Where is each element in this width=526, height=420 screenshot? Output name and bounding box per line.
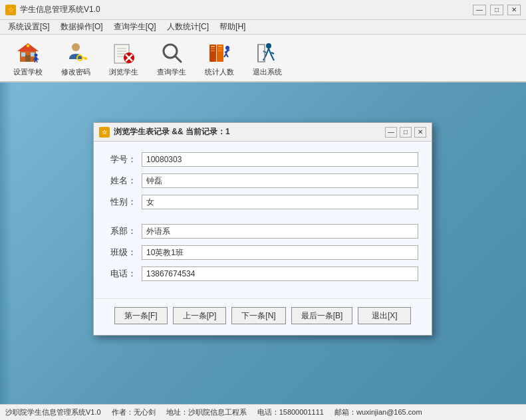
toolbar-label-browse: 浏览学生 [109, 67, 138, 77]
toolbar: 设置学校 修改密码 [0, 35, 526, 82]
btn-prev[interactable]: 上一条[P] [173, 307, 227, 324]
svg-rect-2 [25, 55, 31, 62]
field-row-xibu: 系部： [107, 224, 418, 239]
svg-point-6 [35, 53, 38, 56]
field-input-xibu[interactable] [142, 224, 418, 239]
toolbar-btn-search[interactable]: 查询学生 [149, 37, 194, 79]
svg-rect-35 [218, 51, 222, 51]
toolbar-btn-exit[interactable]: 退出系统 [245, 37, 290, 79]
svg-point-27 [167, 47, 171, 51]
field-row-dianhua: 电话： [107, 266, 418, 281]
menu-item-stats[interactable]: 人数统计[C] [162, 20, 214, 34]
stats-icon [206, 39, 233, 66]
svg-line-39 [226, 54, 228, 57]
toolbar-label-school: 设置学校 [13, 67, 43, 77]
title-bar: ☆ 学生信息管理系统V1.0 — □ ✕ [0, 0, 526, 20]
browse-dialog: ☆ 浏览学生表记录 && 当前记录：1 — □ ✕ 学号： 姓名： 性别： [93, 122, 432, 336]
field-label-xingming: 姓名： [107, 175, 136, 187]
dialog-icon: ☆ [99, 127, 110, 138]
maximize-button[interactable]: □ [490, 5, 503, 15]
dialog-close-button[interactable]: ✕ [414, 127, 426, 138]
field-input-xuehao[interactable] [142, 152, 418, 167]
status-item-address: 地址：沙职院信息工程系 [166, 407, 247, 417]
svg-rect-32 [211, 49, 215, 49]
svg-point-36 [225, 46, 229, 50]
btn-last[interactable]: 最后一条[B] [291, 307, 353, 324]
btn-exit-dialog[interactable]: 退出[X] [358, 307, 411, 324]
status-item-author: 作者：无心剑 [112, 407, 156, 417]
dialog-body: 学号： 姓名： 性别： 系部： 班级： 电话： [94, 142, 432, 298]
exit-icon [254, 39, 281, 66]
toolbar-btn-password[interactable]: 修改密码 [53, 37, 98, 79]
svg-rect-30 [211, 46, 215, 47]
menu-bar: 系统设置[S] 数据操作[O] 查询学生[Q] 人数统计[C] 帮助[H] [0, 20, 526, 35]
title-bar-controls: — □ ✕ [473, 5, 521, 15]
svg-rect-34 [211, 51, 215, 51]
school-icon [15, 39, 41, 66]
main-area: ☆ 浏览学生表记录 && 当前记录：1 — □ ✕ 学号： 姓名： 性别： [0, 82, 526, 404]
field-row-xingming: 姓名： [107, 173, 418, 188]
field-row-banji: 班级： [107, 245, 418, 260]
dialog-title-bar: ☆ 浏览学生表记录 && 当前记录：1 — □ ✕ [94, 123, 432, 142]
svg-line-10 [35, 60, 35, 62]
svg-point-42 [266, 43, 271, 49]
close-button[interactable]: ✕ [507, 5, 521, 15]
minimize-button[interactable]: — [473, 5, 486, 15]
toolbar-btn-stats[interactable]: 统计人数 [197, 37, 242, 79]
field-label-dianhua: 电话： [107, 268, 136, 280]
svg-rect-4 [31, 52, 35, 56]
svg-line-9 [37, 58, 39, 60]
status-item-app: 沙职院学生信息管理系统V1.0 [5, 407, 101, 417]
search-icon [158, 39, 185, 66]
status-item-phone: 电话：15800001111 [257, 407, 324, 417]
menu-item-help[interactable]: 帮助[H] [214, 20, 251, 34]
field-input-dianhua[interactable] [142, 266, 418, 281]
toolbar-btn-browse[interactable]: 浏览学生 [101, 37, 146, 79]
toolbar-btn-school[interactable]: 设置学校 [5, 37, 51, 79]
svg-line-26 [175, 56, 181, 62]
field-label-xingbie: 性别： [107, 196, 136, 208]
toolbar-label-search: 查询学生 [157, 67, 186, 77]
svg-rect-3 [21, 52, 25, 56]
field-label-xuehao: 学号： [107, 154, 136, 165]
dialog-maximize-button[interactable]: □ [400, 127, 412, 138]
btn-next[interactable]: 下一条[N] [231, 307, 285, 324]
field-label-xibu: 系部： [107, 225, 136, 237]
status-bar: 沙职院学生信息管理系统V1.0 作者：无心剑 地址：沙职院信息工程系 电话：15… [0, 404, 526, 420]
status-item-email: 邮箱：wuxinjian@165.com [334, 407, 422, 417]
password-icon [63, 39, 89, 66]
field-row-xingbie: 性别： [107, 195, 418, 209]
svg-rect-33 [218, 49, 222, 49]
field-input-banji[interactable] [142, 245, 418, 260]
svg-rect-31 [218, 46, 222, 47]
toolbar-label-exit: 退出系统 [253, 67, 282, 77]
toolbar-label-stats: 统计人数 [205, 67, 234, 77]
app-title: 学生信息管理系统V1.0 [20, 4, 473, 15]
dialog-controls: — □ ✕ [385, 127, 426, 138]
svg-point-12 [72, 43, 80, 51]
field-input-xingbie[interactable] [142, 195, 418, 209]
svg-line-11 [37, 60, 37, 62]
app-icon: ☆ [5, 5, 16, 15]
dialog-footer: 第一条[F] 上一条[P] 下一条[N] 最后一条[B] 退出[X] [94, 298, 432, 335]
field-label-banji: 班级： [107, 247, 136, 259]
field-input-xingming[interactable] [142, 173, 418, 188]
svg-rect-7 [35, 57, 37, 60]
menu-item-query[interactable]: 查询学生[Q] [108, 20, 162, 34]
btn-first[interactable]: 第一条[F] [114, 307, 168, 324]
svg-rect-5 [27, 45, 29, 47]
menu-item-settings[interactable]: 系统设置[S] [3, 20, 55, 34]
menu-item-data[interactable]: 数据操作[O] [55, 20, 108, 34]
dialog-minimize-button[interactable]: — [385, 127, 397, 138]
toolbar-label-password: 修改密码 [61, 67, 90, 77]
dialog-title: 浏览学生表记录 && 当前记录：1 [114, 126, 385, 138]
field-row-xuehao: 学号： [107, 152, 418, 167]
browse-icon [110, 39, 137, 66]
